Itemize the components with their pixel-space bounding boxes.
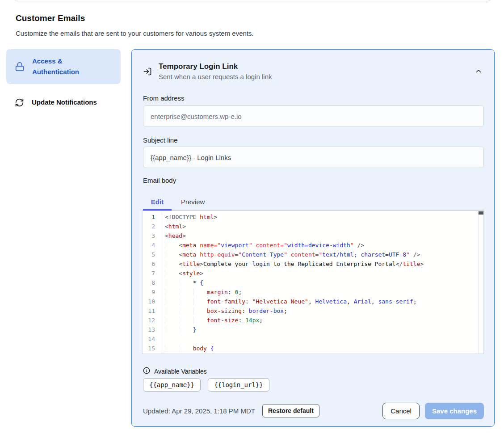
sidebar-item-access-authentication[interactable]: Access & Authentication [6,49,121,84]
page-title: Customer Emails [16,13,85,23]
code-line: 3<head> [143,231,478,240]
panel-header: Temporary Login Link Sent when a user re… [143,61,483,82]
code-line: 15 body { [143,344,478,353]
available-variables-label: Available Variables [154,368,207,375]
chevron-up-icon [475,70,483,76]
panel-footer: Updated: Apr 29, 2025, 1:18 PM MDT Resto… [143,402,484,419]
previous-card-bottom-edge [13,0,492,1]
from-address-label: From address [143,94,185,102]
code-line: 2<html> [143,222,478,231]
cancel-button[interactable]: Cancel [382,403,420,419]
code-line: 5 <meta http-equiv="Content-Type" conten… [143,250,478,259]
info-icon [143,367,150,375]
page-description: Customize the emails that are sent to yo… [16,29,254,37]
panel-subtitle: Sent when a user requests a login link [159,72,272,82]
variable-chip-app-name[interactable]: {{app_name}} [143,378,201,392]
panel-title: Temporary Login Link [159,61,272,72]
code-line: 7 <style> [143,269,478,278]
code-line: 11 box-sizing: border-box; [143,306,478,316]
code-line: 10 font-family: "Helvetica Neue", Helvet… [143,297,478,306]
code-line: 8 * { [143,278,478,287]
code-line: 14 [143,334,478,344]
tab-preview[interactable]: Preview [181,194,205,210]
login-icon [143,67,152,76]
available-variables-header: Available Variables [143,367,207,375]
code-line: 9 margin: 0; [143,287,478,297]
code-line: 13 } [143,325,478,334]
code-line: 12 font-size: 14px; [143,316,478,325]
sidebar-item-label: Access & Authentication [32,56,108,77]
temporary-login-link-panel: Temporary Login Link Sent when a user re… [131,49,495,427]
from-address-input[interactable] [143,105,484,127]
code-line: 1<!DOCTYPE html> [143,212,478,222]
sidebar-item-update-notifications[interactable]: Update Notifications [6,92,121,113]
email-body-label: Email body [143,177,176,184]
code-line: 16 background-color: #ffffff; [143,353,478,354]
tab-edit[interactable]: Edit [143,194,172,210]
code-editor[interactable]: 1<!DOCTYPE html>2<html>3<head>4 <meta na… [142,211,484,354]
subject-line-input[interactable] [143,147,484,168]
subject-line-label: Subject line [143,136,178,144]
code-lines: 1<!DOCTYPE html>2<html>3<head>4 <meta na… [143,211,478,354]
editor-scrollbar-thumb[interactable] [479,211,483,215]
editor-scrollbar [478,211,483,354]
lock-icon [15,62,25,72]
variable-chips: {{app_name}} {{login_url}} [143,378,269,392]
variable-chip-login-url[interactable]: {{login_url}} [208,378,269,392]
restore-default-button[interactable]: Restore default [262,404,319,417]
updated-timestamp: Updated: Apr 29, 2025, 1:18 PM MDT [143,407,255,415]
code-line: 6 <title>Complete your login to the Repl… [143,259,478,269]
code-line: 4 <meta name="viewport" content="width=d… [143,240,478,250]
save-changes-button[interactable]: Save changes [425,403,484,419]
refresh-icon [15,98,24,107]
sidebar-item-label: Update Notifications [32,97,97,108]
collapse-panel-button[interactable] [474,66,483,77]
email-body-tabs: Edit Preview [143,194,484,210]
